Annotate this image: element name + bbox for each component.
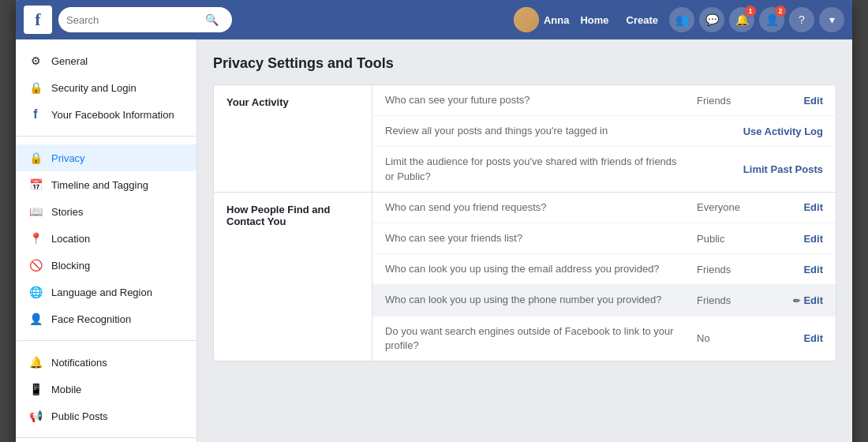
timeline-icon: 📅 — [28, 177, 43, 193]
chevron-down-icon: ▾ — [829, 13, 835, 26]
table-row: Limit the audience for posts you've shar… — [372, 146, 836, 191]
find-contact-rows: Who can send you friend requests? Everyo… — [372, 193, 836, 361]
page-title: Privacy Settings and Tools — [213, 55, 836, 72]
avatar[interactable] — [514, 7, 539, 32]
table-row: Who can send you friend requests? Everyo… — [372, 193, 836, 223]
row-label: Review all your posts and things you're … — [385, 124, 680, 138]
sidebar-item-face-recognition[interactable]: 👤 Face Recognition — [16, 305, 196, 332]
how-people-find-section: How People Find and Contact You Who can … — [214, 192, 836, 361]
row-label: Who can look you up using the phone numb… — [385, 293, 697, 307]
sidebar-item-label: Notifications — [51, 357, 107, 369]
home-nav-button[interactable]: Home — [574, 11, 615, 29]
sidebar: ⚙ General 🔒 Security and Login f Your Fa… — [16, 39, 197, 442]
stories-icon: 📖 — [28, 204, 43, 219]
notifications-icon-button[interactable]: 🔔 1 — [729, 7, 754, 32]
sidebar-item-label: General — [51, 55, 88, 67]
facebook-logo: f — [24, 6, 52, 34]
fb-f-letter: f — [35, 9, 40, 30]
header: f 🔍 Anna Home Create 👥 💬 🔔 1 👤 — [16, 0, 852, 39]
row-value: Public — [697, 233, 760, 245]
friend-requests-badge: 2 — [775, 6, 786, 17]
messenger-icon: 💬 — [705, 13, 719, 26]
row-label: Who can see your friends list? — [385, 231, 697, 245]
your-activity-rows: Who can see your future posts? Friends E… — [372, 85, 836, 192]
face-recognition-icon: 👤 — [28, 311, 43, 327]
edit-phone-lookup-button[interactable]: ✏Edit — [760, 294, 823, 306]
blocking-icon: 🚫 — [28, 257, 43, 273]
notifications-bell-icon: 🔔 — [28, 354, 43, 370]
messenger-icon-button[interactable]: 💬 — [699, 7, 724, 32]
account-dropdown-button[interactable]: ▾ — [819, 7, 844, 32]
friends-icon: 👥 — [675, 13, 689, 26]
window-frame: f 🔍 Anna Home Create 👥 💬 🔔 1 👤 — [16, 0, 852, 442]
avatar-image — [514, 7, 539, 32]
section-title-your-activity: Your Activity — [214, 85, 372, 192]
notifications-badge: 1 — [745, 6, 756, 17]
sidebar-item-public-posts[interactable]: 📢 Public Posts — [16, 403, 196, 429]
edit-search-engines-button[interactable]: Edit — [760, 332, 823, 344]
sidebar-item-stories[interactable]: 📖 Stories — [16, 198, 196, 225]
sidebar-item-mobile[interactable]: 📱 Mobile — [16, 376, 196, 403]
friends-icon-button[interactable]: 👥 — [669, 7, 694, 32]
row-value: Friends — [697, 95, 760, 107]
table-row: Who can look you up using the phone numb… — [372, 284, 836, 315]
row-label: Who can look you up using the email addr… — [385, 262, 697, 276]
sidebar-item-label: Stories — [51, 206, 83, 218]
row-value: Friends — [697, 264, 760, 275]
sidebar-item-label: Public Posts — [51, 410, 108, 422]
row-label: Who can send you friend requests? — [385, 200, 697, 215]
table-row: Who can look you up using the email addr… — [372, 253, 836, 284]
sidebar-item-notifications[interactable]: 🔔 Notifications — [16, 349, 196, 376]
edit-friends-list-button[interactable]: Edit — [760, 233, 823, 245]
table-row: Review all your posts and things you're … — [372, 115, 836, 146]
table-row: Who can see your future posts? Friends E… — [372, 85, 836, 115]
sidebar-item-security[interactable]: 🔒 Security and Login — [16, 74, 196, 101]
sidebar-item-facebook-info[interactable]: f Your Facebook Information — [16, 101, 196, 128]
edit-email-lookup-button[interactable]: Edit — [760, 264, 823, 275]
help-icon-button[interactable]: ? — [789, 7, 814, 32]
friend-requests-icon-button[interactable]: 👤 2 — [759, 7, 784, 32]
sidebar-item-general[interactable]: ⚙ General — [16, 47, 196, 74]
row-value: No — [697, 332, 760, 344]
main-layout: ⚙ General 🔒 Security and Login f Your Fa… — [16, 39, 852, 442]
sidebar-item-location[interactable]: 📍 Location — [16, 225, 196, 252]
sidebar-item-label: Privacy — [51, 152, 85, 164]
sidebar-item-label: Your Facebook Information — [51, 109, 174, 121]
sidebar-item-label: Language and Region — [51, 287, 152, 298]
sidebar-section-account: ⚙ General 🔒 Security and Login f Your Fa… — [16, 47, 196, 137]
user-name: Anna — [544, 14, 570, 26]
facebook-icon: f — [28, 107, 43, 122]
limit-past-posts-button[interactable]: Limit Past Posts — [743, 163, 823, 175]
create-nav-button[interactable]: Create — [620, 11, 664, 29]
public-posts-icon: 📢 — [28, 408, 43, 424]
privacy-lock-icon: 🔒 — [28, 150, 43, 166]
sidebar-item-label: Timeline and Tagging — [51, 179, 148, 191]
sidebar-item-privacy[interactable]: 🔒 Privacy — [16, 144, 196, 171]
location-icon: 📍 — [28, 230, 43, 246]
sidebar-item-label: Mobile — [51, 384, 81, 395]
content-area: Privacy Settings and Tools Your Activity… — [197, 39, 852, 442]
row-value: Everyone — [697, 201, 760, 213]
row-label: Do you want search engines outside of Fa… — [385, 324, 697, 353]
sidebar-item-timeline[interactable]: 📅 Timeline and Tagging — [16, 171, 196, 198]
sidebar-item-blocking[interactable]: 🚫 Blocking — [16, 252, 196, 279]
sidebar-item-label: Blocking — [51, 260, 90, 272]
your-activity-section: Your Activity Who can see your future po… — [214, 85, 836, 192]
help-icon: ? — [799, 13, 805, 26]
gear-icon: ⚙ — [28, 53, 43, 69]
sidebar-section-privacy: 🔒 Privacy 📅 Timeline and Tagging 📖 Stori… — [16, 144, 196, 341]
search-input[interactable] — [66, 14, 200, 26]
activity-log-button[interactable]: Use Activity Log — [743, 125, 823, 137]
row-label: Limit the audience for posts you've shar… — [385, 155, 680, 183]
language-icon: 🌐 — [28, 284, 43, 300]
section-title-find-contact: How People Find and Contact You — [214, 193, 372, 361]
row-value: Friends — [697, 294, 760, 306]
edit-future-posts-button[interactable]: Edit — [760, 95, 823, 107]
sidebar-item-label: Security and Login — [51, 82, 137, 94]
edit-friend-requests-button[interactable]: Edit — [760, 201, 823, 213]
sidebar-item-label: Face Recognition — [51, 313, 131, 325]
search-bar[interactable]: 🔍 — [58, 7, 232, 32]
sidebar-item-language[interactable]: 🌐 Language and Region — [16, 279, 196, 305]
sidebar-item-label: Location — [51, 233, 90, 245]
row-label: Who can see your future posts? — [385, 93, 697, 107]
